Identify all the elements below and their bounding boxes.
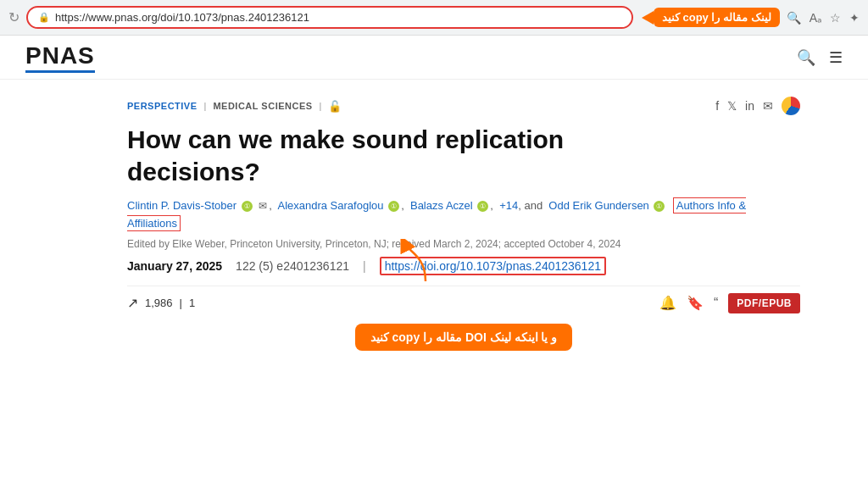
orcid-icon-3: ① (477, 201, 488, 212)
quote-icon[interactable]: “ (714, 296, 718, 311)
metrics-pipe: | (180, 297, 182, 309)
article-area: PERSPECTIVE | MEDICAL SCIENCES | 🔓 f 𝕏 i… (0, 80, 868, 488)
star-icon[interactable]: ☆ (830, 11, 841, 25)
page-content: PNAS 🔍 ☰ PERSPECTIVE | MEDICAL SCIENCES … (0, 36, 868, 488)
menu-icon[interactable]: ☰ (829, 48, 843, 67)
browser-right-icons: 🔍 Aₐ ☆ ✦ (787, 11, 860, 25)
citations-count: 1 (189, 297, 195, 309)
address-text: https://www.pnas.org/doi/10.1073/pnas.24… (55, 11, 309, 24)
search-icon[interactable]: 🔍 (797, 48, 815, 67)
facebook-icon[interactable]: f (715, 99, 719, 113)
article-date: January 27, 2025 (127, 259, 222, 273)
header-right-icons: 🔍 ☰ (797, 48, 843, 67)
reader-icon[interactable]: Aₐ (810, 11, 821, 25)
back-icon[interactable]: ↻ (8, 9, 19, 25)
author-davis-stober[interactable]: Clintin P. Davis-Stober (127, 199, 236, 212)
bookmark-icon[interactable]: 🔖 (687, 295, 704, 311)
tag-separator-2: | (320, 101, 322, 111)
open-access-icon: 🔓 (328, 100, 342, 113)
zoom-icon[interactable]: 🔍 (787, 11, 801, 25)
pnas-logo[interactable]: PNAS (25, 42, 95, 73)
doi-arrow (400, 239, 451, 286)
site-header: PNAS 🔍 ☰ (0, 36, 868, 80)
browser-nav-icons: ↻ (8, 9, 19, 25)
bottom-section: ↗ 1,986 | 1 🔔 🔖 “ PDF/EPUB و یا اینکه لی… (127, 286, 800, 351)
article-title: How can we make sound replication decisi… (127, 124, 704, 187)
altmetric-icon[interactable] (782, 97, 800, 115)
metrics-left: ↗ 1,986 | 1 (127, 295, 195, 311)
edited-line: Edited by Elke Weber, Princeton Universi… (127, 238, 800, 250)
arrow-left-icon (642, 11, 654, 25)
article-meta-top: PERSPECTIVE | MEDICAL SCIENCES | 🔓 f 𝕏 i… (127, 97, 800, 115)
author-plus14[interactable]: +14 (499, 199, 518, 212)
author-sarafoglou[interactable]: Alexandra Sarafoglou (277, 199, 383, 212)
orcid-icon-4: ① (654, 201, 665, 212)
address-bar-wrapper: 🔒 https://www.pnas.org/doi/10.1073/pnas.… (26, 6, 780, 29)
trending-icon: ↗ (127, 295, 138, 311)
lock-icon: 🔒 (38, 12, 50, 23)
views-count: 1,986 (145, 297, 173, 309)
orcid-icon-2: ① (388, 201, 399, 212)
tag-perspective[interactable]: PERSPECTIVE (127, 101, 198, 111)
bottom-annotation-area: و یا اینکه لینک DOI مقاله را copy کنید (127, 324, 800, 351)
article-dates-line: January 27, 2025 122 (5) e2401236121 | h… (127, 257, 800, 275)
social-icons: f 𝕏 in ✉ (715, 97, 800, 115)
authors-line: Clintin P. Davis-Stober ① ✉, Alexandra S… (127, 197, 800, 233)
article-metrics: ↗ 1,986 | 1 🔔 🔖 “ PDF/EPUB (127, 286, 800, 320)
url-callout-label: لینک مقاله را copy کنید (654, 8, 780, 27)
pdf-epub-button[interactable]: PDF/EPUB (728, 293, 800, 313)
author-gundersen[interactable]: Odd Erik Gundersen (548, 199, 649, 212)
tag-medical[interactable]: MEDICAL SCIENCES (213, 101, 312, 111)
url-annotation: لینک مقاله را copy کنید (643, 8, 780, 27)
twitter-icon[interactable]: 𝕏 (727, 99, 737, 113)
email-share-icon[interactable]: ✉ (763, 99, 773, 113)
tag-separator-1: | (204, 101, 207, 111)
orcid-icon-1: ① (242, 201, 253, 212)
browser-chrome: ↻ 🔒 https://www.pnas.org/doi/10.1073/pna… (0, 0, 868, 36)
extension-icon[interactable]: ✦ (849, 11, 860, 25)
volume-info: 122 (5) e2401236121 (236, 259, 349, 273)
bell-icon[interactable]: 🔔 (659, 295, 676, 311)
email-icon-1[interactable]: ✉ (259, 200, 267, 212)
author-aczel[interactable]: Balazs Aczel (410, 199, 473, 212)
doi-callout-label: و یا اینکه لینک DOI مقاله را copy کنید (355, 324, 573, 351)
date-separator: | (363, 259, 366, 273)
address-bar[interactable]: 🔒 https://www.pnas.org/doi/10.1073/pnas.… (26, 6, 633, 29)
metrics-right: 🔔 🔖 “ PDF/EPUB (659, 293, 800, 313)
linkedin-icon[interactable]: in (745, 99, 754, 113)
